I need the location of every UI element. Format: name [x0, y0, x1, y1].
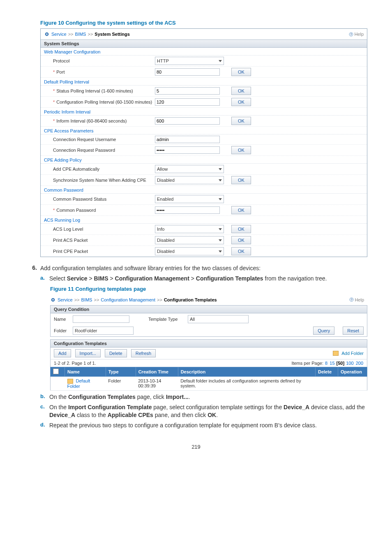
conn-pass-label: Connection Request Password — [44, 148, 155, 153]
bc-sep: >> — [88, 32, 93, 37]
row-type-cell: Folder — [106, 376, 136, 390]
substep-a-num: a. — [40, 275, 49, 283]
templates-table: Name Type Creation Time Description Dele… — [50, 367, 367, 391]
folder-icon — [67, 379, 73, 384]
page-number: 219 — [25, 444, 367, 450]
chevron-down-icon — [219, 60, 222, 62]
col-type[interactable]: Type — [106, 367, 136, 376]
subhead-commonpw: Common Password — [41, 186, 367, 194]
syncname-label: Synchronize System Name When Adding CPE — [44, 178, 155, 183]
inform-input[interactable] — [155, 117, 220, 125]
breadcrumb: Service >> BIMS >> Configuration Managem… — [50, 294, 367, 305]
subhead-cpeaccess: CPE Access Parameters — [41, 127, 367, 134]
figure10-panel: Service >> BIMS >> System Settings ? Hel… — [40, 28, 367, 257]
name-input[interactable] — [73, 315, 129, 323]
bc-sep: >> — [68, 32, 74, 37]
ipp-15[interactable]: 15 — [330, 361, 334, 366]
status-poll-input[interactable] — [155, 87, 220, 95]
chevron-down-icon — [219, 250, 222, 253]
bc-cm[interactable]: Configuration Management — [101, 297, 155, 302]
substep-b-num: b. — [40, 393, 49, 401]
bc-service[interactable]: Service — [58, 297, 73, 302]
inform-label: *Inform Interval (60-86400 seconds) — [44, 118, 155, 123]
gear-icon — [50, 297, 56, 303]
col-operation: Operation — [338, 367, 367, 376]
col-name[interactable]: Name — [65, 367, 106, 376]
ok-button[interactable]: OK — [231, 236, 251, 244]
query-button[interactable]: Query — [313, 327, 334, 335]
col-delete: Delete — [316, 367, 338, 376]
ok-button[interactable]: OK — [231, 117, 251, 125]
commonpw-status-label: Common Password Status — [44, 197, 155, 202]
items-per-page: Items per Page: 8 15 [50] 100 200 — [291, 361, 364, 366]
breadcrumb: Service >> BIMS >> System Settings ? Hel… — [41, 29, 367, 39]
ok-button[interactable]: OK — [231, 146, 251, 154]
step-number: 6. — [25, 264, 40, 272]
step6-text: Add configuration templates and software… — [40, 264, 261, 272]
bc-bims[interactable]: BIMS — [81, 297, 92, 302]
protocol-select[interactable]: HTTP — [155, 57, 224, 65]
col-desc[interactable]: Description — [178, 367, 315, 376]
row-ctime-cell: 2013-10-14 00:39:39 — [136, 376, 178, 390]
conn-user-label: Connection Request Username — [44, 137, 155, 142]
commonpw-status-select[interactable]: Enabled — [155, 195, 224, 203]
loglevel-select[interactable]: Info — [155, 225, 224, 233]
conf-poll-input[interactable] — [155, 98, 220, 106]
folder-select[interactable]: RootFolder — [73, 327, 134, 335]
folder-label: Folder — [54, 328, 70, 333]
paging-info: 1-2 of 2. Page 1 of 1. — [54, 361, 96, 366]
bc-current: System Settings — [95, 32, 130, 37]
svg-text:?: ? — [350, 32, 352, 36]
ipp-100[interactable]: 100 — [346, 361, 353, 366]
row-name-cell[interactable]: Default Folder — [65, 376, 106, 390]
printacs-select[interactable]: Disabled — [155, 236, 224, 244]
ok-button[interactable]: OK — [231, 98, 251, 106]
svg-text:?: ? — [351, 298, 353, 302]
printacs-label: Print ACS Packet — [44, 238, 155, 243]
chevron-down-icon — [219, 198, 222, 200]
help-link[interactable]: ? Help — [349, 297, 364, 302]
refresh-button[interactable]: Refresh — [131, 349, 156, 357]
add-folder-link[interactable]: Add Folder — [333, 351, 364, 356]
subhead-defpoll: Default Polling Interval — [41, 78, 367, 86]
port-input[interactable] — [155, 68, 220, 76]
substep-c-text: On the Import Configuration Template pag… — [49, 403, 367, 419]
protocol-label: Protocol — [44, 58, 155, 63]
commonpw-label: *Common Password — [44, 208, 155, 213]
addcpe-select[interactable]: Allow — [155, 165, 224, 173]
col-ctime[interactable]: Creation Time — [136, 367, 178, 376]
status-poll-label: *Status Polling Interval (1-600 minutes) — [44, 88, 155, 93]
folder-icon — [333, 351, 339, 356]
conn-user-input[interactable] — [155, 136, 220, 143]
bc-service[interactable]: Service — [51, 32, 67, 37]
subhead-acslog: ACS Running Log — [41, 216, 367, 224]
row-desc-cell: Default folder includes all configuratio… — [178, 376, 315, 390]
reset-button[interactable]: Reset — [343, 327, 364, 335]
printcpe-select[interactable]: Disabled — [155, 247, 224, 255]
help-icon: ? — [349, 32, 353, 37]
bc-bims[interactable]: BIMS — [75, 32, 86, 37]
printcpe-label: Print CPE Packet — [44, 249, 155, 254]
delete-button[interactable]: Delete — [105, 349, 127, 357]
ipp-8[interactable]: 8 — [325, 361, 327, 366]
svg-point-5 — [52, 299, 54, 301]
conn-pass-input[interactable] — [155, 146, 220, 154]
ok-button[interactable]: OK — [231, 247, 251, 255]
ok-button[interactable]: OK — [231, 225, 251, 233]
ipp-200[interactable]: 200 — [356, 361, 363, 366]
select-all-checkbox[interactable] — [53, 368, 59, 374]
ipp-50-current: [50] — [337, 361, 345, 366]
template-type-select[interactable]: All — [188, 315, 249, 323]
ok-button[interactable]: OK — [231, 87, 251, 95]
ok-button[interactable]: OK — [231, 68, 251, 76]
ok-button[interactable]: OK — [231, 176, 251, 184]
ok-button[interactable]: OK — [231, 206, 251, 214]
syncname-select[interactable]: Disabled — [155, 176, 224, 184]
import-button[interactable]: Import... — [75, 349, 101, 357]
help-link[interactable]: ? Help — [349, 32, 364, 37]
figure10-caption: Figure 10 Configuring the system setting… — [40, 20, 367, 26]
substep-a-text: Select Service > BIMS > Configuration Ma… — [49, 275, 327, 283]
add-button[interactable]: Add — [54, 349, 71, 357]
conf-poll-label: *Configuration Polling Interval (60-1500… — [44, 100, 155, 104]
commonpw-input[interactable] — [155, 206, 220, 214]
